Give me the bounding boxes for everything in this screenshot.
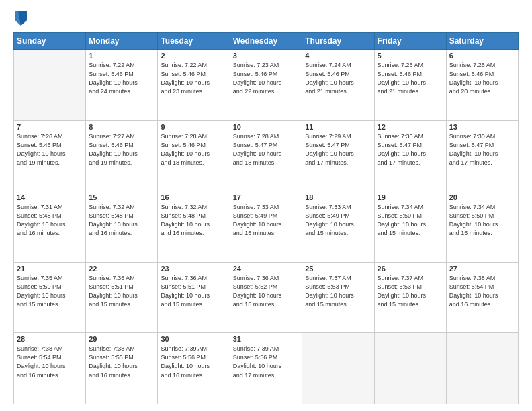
calendar-cell: 4Sunrise: 7:24 AM Sunset: 5:46 PM Daylig… [302, 50, 374, 121]
calendar-cell: 25Sunrise: 7:37 AM Sunset: 5:53 PM Dayli… [302, 262, 374, 333]
day-number: 16 [161, 193, 226, 201]
day-number: 11 [305, 123, 371, 131]
calendar-cell: 5Sunrise: 7:25 AM Sunset: 5:46 PM Daylig… [374, 50, 446, 121]
calendar-cell: 3Sunrise: 7:23 AM Sunset: 5:46 PM Daylig… [230, 50, 302, 121]
calendar-cell: 20Sunrise: 7:34 AM Sunset: 5:50 PM Dayli… [446, 191, 518, 263]
day-number: 5 [378, 52, 443, 60]
day-info: Sunrise: 7:22 AM Sunset: 5:46 PM Dayligh… [89, 61, 154, 96]
day-number: 21 [17, 265, 83, 273]
day-number: 22 [89, 265, 154, 273]
calendar-cell: 1Sunrise: 7:22 AM Sunset: 5:46 PM Daylig… [86, 50, 158, 121]
day-info: Sunrise: 7:39 AM Sunset: 5:56 PM Dayligh… [161, 345, 226, 379]
calendar-cell: 22Sunrise: 7:35 AM Sunset: 5:51 PM Dayli… [86, 262, 158, 333]
day-number: 9 [161, 123, 226, 131]
calendar-cell: 13Sunrise: 7:30 AM Sunset: 5:47 PM Dayli… [446, 120, 518, 191]
week-row-0: 1Sunrise: 7:22 AM Sunset: 5:46 PM Daylig… [14, 50, 519, 121]
weekday-header-saturday: Saturday [446, 33, 518, 50]
day-info: Sunrise: 7:38 AM Sunset: 5:54 PM Dayligh… [449, 274, 515, 309]
day-info: Sunrise: 7:24 AM Sunset: 5:46 PM Dayligh… [305, 61, 371, 96]
day-info: Sunrise: 7:30 AM Sunset: 5:47 PM Dayligh… [378, 132, 443, 167]
day-number: 19 [378, 193, 443, 201]
day-info: Sunrise: 7:38 AM Sunset: 5:55 PM Dayligh… [89, 345, 154, 379]
week-row-2: 14Sunrise: 7:31 AM Sunset: 5:48 PM Dayli… [14, 191, 519, 263]
calendar-cell [446, 333, 518, 404]
day-info: Sunrise: 7:37 AM Sunset: 5:53 PM Dayligh… [305, 274, 371, 309]
calendar-cell [374, 333, 446, 404]
day-info: Sunrise: 7:23 AM Sunset: 5:46 PM Dayligh… [233, 61, 300, 96]
day-info: Sunrise: 7:26 AM Sunset: 5:46 PM Dayligh… [17, 132, 83, 167]
day-number: 13 [449, 123, 515, 131]
week-row-1: 7Sunrise: 7:26 AM Sunset: 5:46 PM Daylig… [14, 120, 519, 191]
page: SundayMondayTuesdayWednesdayThursdayFrid… [0, 0, 532, 411]
day-info: Sunrise: 7:32 AM Sunset: 5:48 PM Dayligh… [89, 203, 154, 238]
calendar-cell: 16Sunrise: 7:32 AM Sunset: 5:48 PM Dayli… [158, 191, 230, 263]
weekday-header-row: SundayMondayTuesdayWednesdayThursdayFrid… [14, 33, 519, 50]
day-number: 24 [233, 265, 300, 273]
calendar-cell: 17Sunrise: 7:33 AM Sunset: 5:49 PM Dayli… [230, 191, 302, 263]
day-info: Sunrise: 7:25 AM Sunset: 5:46 PM Dayligh… [449, 61, 515, 96]
day-info: Sunrise: 7:34 AM Sunset: 5:50 PM Dayligh… [378, 203, 443, 238]
calendar-cell: 21Sunrise: 7:35 AM Sunset: 5:50 PM Dayli… [14, 262, 86, 333]
week-row-3: 21Sunrise: 7:35 AM Sunset: 5:50 PM Dayli… [14, 262, 519, 333]
calendar-cell: 26Sunrise: 7:37 AM Sunset: 5:53 PM Dayli… [374, 262, 446, 333]
calendar-cell: 29Sunrise: 7:38 AM Sunset: 5:55 PM Dayli… [86, 333, 158, 404]
calendar-cell: 31Sunrise: 7:39 AM Sunset: 5:56 PM Dayli… [230, 333, 302, 404]
day-number: 30 [161, 335, 226, 343]
day-info: Sunrise: 7:37 AM Sunset: 5:53 PM Dayligh… [378, 274, 443, 309]
calendar-cell: 19Sunrise: 7:34 AM Sunset: 5:50 PM Dayli… [374, 191, 446, 263]
day-number: 12 [378, 123, 443, 131]
logo-text [13, 11, 28, 26]
day-number: 10 [233, 123, 300, 131]
weekday-header-thursday: Thursday [302, 33, 374, 50]
day-number: 15 [89, 193, 154, 201]
day-number: 14 [17, 193, 83, 201]
calendar-cell: 30Sunrise: 7:39 AM Sunset: 5:56 PM Dayli… [158, 333, 230, 404]
day-info: Sunrise: 7:39 AM Sunset: 5:56 PM Dayligh… [233, 345, 300, 379]
day-info: Sunrise: 7:38 AM Sunset: 5:54 PM Dayligh… [17, 345, 83, 379]
calendar-cell: 6Sunrise: 7:25 AM Sunset: 5:46 PM Daylig… [446, 50, 518, 121]
calendar-cell: 28Sunrise: 7:38 AM Sunset: 5:54 PM Dayli… [14, 333, 86, 404]
day-info: Sunrise: 7:35 AM Sunset: 5:51 PM Dayligh… [89, 274, 154, 309]
calendar-cell [302, 333, 374, 404]
week-row-4: 28Sunrise: 7:38 AM Sunset: 5:54 PM Dayli… [14, 333, 519, 404]
calendar-cell: 14Sunrise: 7:31 AM Sunset: 5:48 PM Dayli… [14, 191, 86, 263]
day-info: Sunrise: 7:31 AM Sunset: 5:48 PM Dayligh… [17, 203, 83, 238]
day-info: Sunrise: 7:25 AM Sunset: 5:46 PM Dayligh… [378, 61, 443, 96]
weekday-header-tuesday: Tuesday [158, 33, 230, 50]
day-number: 1 [89, 52, 154, 60]
calendar-cell: 27Sunrise: 7:38 AM Sunset: 5:54 PM Dayli… [446, 262, 518, 333]
calendar-cell: 9Sunrise: 7:28 AM Sunset: 5:46 PM Daylig… [158, 120, 230, 191]
calendar-cell [14, 50, 86, 121]
day-number: 8 [89, 123, 154, 131]
day-number: 17 [233, 193, 300, 201]
calendar-table: SundayMondayTuesdayWednesdayThursdayFrid… [13, 32, 519, 404]
day-info: Sunrise: 7:27 AM Sunset: 5:46 PM Dayligh… [89, 132, 154, 167]
day-number: 31 [233, 335, 300, 343]
calendar-cell: 12Sunrise: 7:30 AM Sunset: 5:47 PM Dayli… [374, 120, 446, 191]
day-number: 6 [449, 52, 515, 60]
calendar-cell: 2Sunrise: 7:22 AM Sunset: 5:46 PM Daylig… [158, 50, 230, 121]
day-number: 28 [17, 335, 83, 343]
calendar-cell: 11Sunrise: 7:29 AM Sunset: 5:47 PM Dayli… [302, 120, 374, 191]
day-info: Sunrise: 7:22 AM Sunset: 5:46 PM Dayligh… [161, 61, 226, 96]
day-number: 29 [89, 335, 154, 343]
day-number: 2 [161, 52, 226, 60]
day-number: 25 [305, 265, 371, 273]
day-number: 4 [305, 52, 371, 60]
weekday-header-sunday: Sunday [14, 33, 86, 50]
day-number: 27 [449, 265, 515, 273]
calendar-cell: 18Sunrise: 7:33 AM Sunset: 5:49 PM Dayli… [302, 191, 374, 263]
calendar-cell: 23Sunrise: 7:36 AM Sunset: 5:51 PM Dayli… [158, 262, 230, 333]
day-info: Sunrise: 7:35 AM Sunset: 5:50 PM Dayligh… [17, 274, 83, 309]
calendar-cell: 15Sunrise: 7:32 AM Sunset: 5:48 PM Dayli… [86, 191, 158, 263]
calendar-cell: 8Sunrise: 7:27 AM Sunset: 5:46 PM Daylig… [86, 120, 158, 191]
weekday-header-wednesday: Wednesday [230, 33, 302, 50]
day-info: Sunrise: 7:30 AM Sunset: 5:47 PM Dayligh… [449, 132, 515, 167]
day-info: Sunrise: 7:33 AM Sunset: 5:49 PM Dayligh… [233, 203, 300, 238]
logo [13, 11, 28, 26]
calendar-cell: 10Sunrise: 7:28 AM Sunset: 5:47 PM Dayli… [230, 120, 302, 191]
day-info: Sunrise: 7:33 AM Sunset: 5:49 PM Dayligh… [305, 203, 371, 238]
day-number: 20 [449, 193, 515, 201]
logo-icon [15, 11, 27, 26]
day-info: Sunrise: 7:36 AM Sunset: 5:51 PM Dayligh… [161, 274, 226, 309]
